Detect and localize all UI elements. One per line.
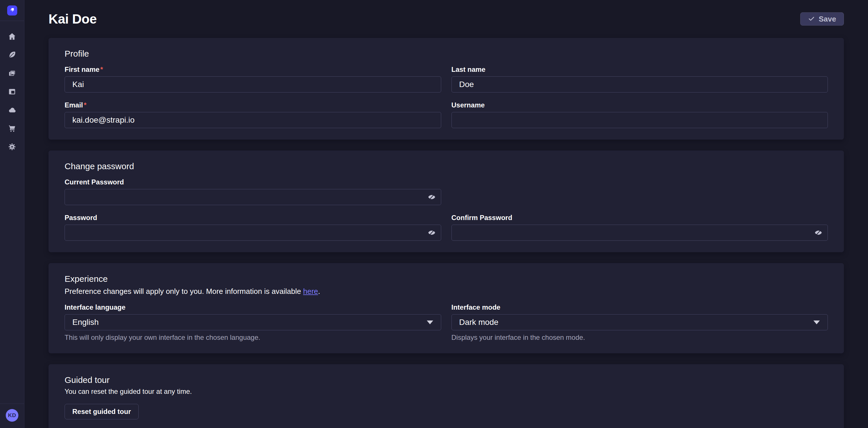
- change-password-heading: Change password: [65, 161, 828, 172]
- strapi-logo[interactable]: [7, 5, 17, 16]
- toggle-current-password-visibility-button[interactable]: [425, 191, 438, 204]
- sidebar-footer: KD: [0, 404, 24, 428]
- interface-mode-value: Dark mode: [459, 318, 499, 327]
- sidebar-nav: [0, 21, 24, 156]
- save-button-label: Save: [818, 15, 836, 24]
- interface-mode-select[interactable]: Dark mode: [452, 314, 828, 330]
- experience-heading: Experience: [65, 274, 828, 284]
- guided-tour-description: You can reset the guided tour at any tim…: [65, 387, 828, 396]
- required-asterisk: *: [84, 101, 86, 109]
- interface-language-helper: This will only display your own interfac…: [65, 333, 441, 342]
- password-label: Password: [65, 214, 441, 222]
- feather-icon: [8, 51, 17, 60]
- guided-tour-heading: Guided tour: [65, 375, 828, 386]
- home-icon: [8, 32, 17, 42]
- first-name-field: First name*: [65, 65, 441, 92]
- experience-card: Experience Preference changes will apply…: [49, 263, 844, 353]
- username-field: Username: [452, 101, 828, 128]
- pictures-icon: [8, 69, 17, 79]
- confirm-password-input[interactable]: [452, 225, 828, 241]
- layout-icon: [8, 87, 17, 97]
- toggle-confirm-password-visibility-button[interactable]: [812, 226, 825, 239]
- confirm-password-label: Confirm Password: [452, 214, 828, 222]
- save-button[interactable]: Save: [800, 12, 844, 26]
- check-icon: [808, 16, 815, 22]
- email-input[interactable]: [65, 112, 441, 128]
- page-title: Kai Doe: [49, 11, 97, 27]
- interface-mode-field: Interface mode Dark mode Displays your i…: [452, 303, 828, 342]
- required-asterisk: *: [100, 65, 103, 73]
- eye-slash-icon: [814, 229, 823, 237]
- username-label: Username: [452, 101, 828, 109]
- interface-language-select[interactable]: English: [65, 314, 441, 330]
- guided-tour-card: Guided tour You can reset the guided tou…: [49, 364, 844, 428]
- sidebar-item-settings[interactable]: [0, 138, 24, 156]
- new-password-field: Password: [65, 214, 441, 241]
- password-input[interactable]: [65, 225, 441, 241]
- interface-language-value: English: [72, 318, 99, 327]
- sidebar-item-media-library[interactable]: [0, 65, 24, 83]
- email-field: Email*: [65, 101, 441, 128]
- first-name-label: First name*: [65, 65, 441, 74]
- sidebar-item-marketplace[interactable]: [0, 120, 24, 138]
- reset-guided-tour-button[interactable]: Reset guided tour: [65, 404, 138, 419]
- chevron-down-icon: [427, 320, 433, 324]
- last-name-input[interactable]: [452, 77, 828, 92]
- current-password-label: Current Password: [65, 178, 441, 186]
- last-name-label: Last name: [452, 65, 828, 74]
- sidebar: KD: [0, 0, 24, 428]
- eye-slash-icon: [428, 193, 436, 201]
- sidebar-item-home[interactable]: [0, 28, 24, 46]
- toggle-password-visibility-button[interactable]: [425, 226, 438, 239]
- profile-card: Profile First name* Last name Email*: [49, 38, 844, 140]
- gear-icon: [8, 142, 17, 152]
- sidebar-logo-section: [0, 0, 24, 21]
- more-information-link[interactable]: here: [303, 287, 318, 295]
- interface-mode-label: Interface mode: [452, 303, 828, 311]
- username-input[interactable]: [452, 112, 828, 128]
- profile-heading: Profile: [65, 48, 828, 59]
- sidebar-item-content-manager[interactable]: [0, 46, 24, 65]
- cards-container: Profile First name* Last name Email*: [49, 38, 844, 428]
- main-content: Kai Doe Save Profile First name*: [24, 0, 868, 428]
- email-label: Email*: [65, 101, 441, 109]
- first-name-input[interactable]: [65, 77, 441, 92]
- last-name-field: Last name: [452, 65, 828, 92]
- page-header: Kai Doe Save: [49, 11, 844, 27]
- user-avatar[interactable]: KD: [6, 409, 19, 422]
- change-password-card: Change password Current Password: [49, 150, 844, 252]
- confirm-password-field: Confirm Password: [452, 214, 828, 241]
- sidebar-item-content-type-builder[interactable]: [0, 83, 24, 102]
- strapi-logo-icon: [9, 6, 16, 15]
- current-password-field: Current Password: [65, 178, 441, 205]
- current-password-input[interactable]: [65, 189, 441, 205]
- chevron-down-icon: [813, 320, 820, 324]
- interface-mode-helper: Displays your interface in the chosen mo…: [452, 333, 828, 342]
- interface-language-label: Interface language: [65, 303, 441, 311]
- cloud-icon: [8, 106, 17, 115]
- sidebar-item-cloud[interactable]: [0, 102, 24, 120]
- eye-slash-icon: [428, 229, 436, 237]
- experience-subtitle: Preference changes will apply only to yo…: [65, 287, 828, 296]
- cart-icon: [8, 124, 17, 134]
- interface-language-field: Interface language English This will onl…: [65, 303, 441, 342]
